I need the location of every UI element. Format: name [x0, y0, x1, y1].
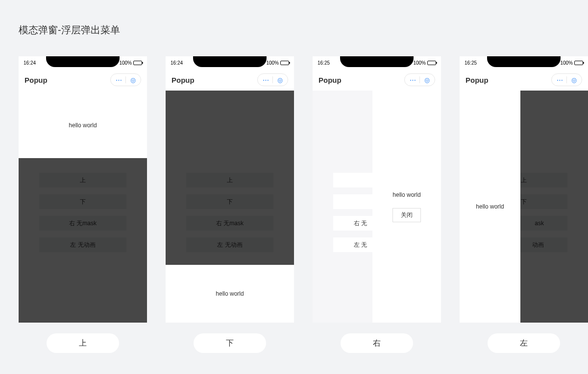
clock: 16:25 [465, 60, 477, 66]
battery-indicator: 100% [119, 60, 142, 66]
battery-indicator: 100% [560, 60, 583, 66]
nav-separator [125, 76, 126, 83]
nav-title: Popup [24, 76, 48, 84]
status-bar: 16:25 100% [460, 56, 588, 69]
demo-gallery: 16:24 100% Popup ⋯ ◎ hello world [0, 37, 588, 353]
status-bar: 16:24 100% [166, 56, 294, 69]
nav-actions: ⋯ ◎ [257, 73, 288, 86]
popup-mask[interactable] [520, 91, 588, 323]
target-icon[interactable]: ◎ [422, 75, 432, 85]
popup-panel-bottom: hello world [166, 265, 294, 323]
battery-text: 100% [560, 60, 573, 66]
demo-left: 16:25 100% Popup ⋯ ◎ 上 下 [460, 56, 588, 353]
page-body: hello world 上 下 右 无mask 左 无动画 [19, 91, 147, 323]
battery-icon [133, 61, 142, 65]
popup-text: hello world [216, 290, 244, 297]
phone-frame: 16:24 100% Popup ⋯ ◎ 上 下 [166, 56, 294, 323]
close-button[interactable]: 关闭 [392, 208, 421, 222]
demo-right: 16:25 100% Popup ⋯ ◎ [313, 56, 441, 353]
nav-separator [272, 76, 273, 83]
battery-text: 100% [266, 60, 279, 66]
notch [193, 56, 267, 67]
popup-text: hello world [476, 203, 504, 210]
more-icon[interactable]: ⋯ [114, 75, 123, 85]
battery-icon [574, 61, 583, 65]
clock: 16:24 [24, 60, 36, 66]
phone-frame: 16:24 100% Popup ⋯ ◎ hello world [19, 56, 147, 323]
caption-pill: 右 [341, 333, 413, 353]
page-body: 上 下 ask 动画 hello world [460, 91, 588, 323]
popup-panel-right: hello world 关闭 [372, 91, 441, 323]
demo-down: 16:24 100% Popup ⋯ ◎ 上 下 [166, 56, 294, 353]
nav-title: Popup [318, 76, 342, 84]
target-icon[interactable]: ◎ [569, 75, 579, 85]
page-body: 右 无 左 无 hello world 关闭 [313, 91, 441, 323]
more-icon[interactable]: ⋯ [261, 75, 270, 85]
clock: 16:25 [318, 60, 330, 66]
more-icon[interactable]: ⋯ [408, 75, 417, 85]
battery-text: 100% [119, 60, 132, 66]
nav-bar: Popup ⋯ ◎ [166, 69, 294, 91]
battery-icon [280, 61, 289, 65]
target-icon[interactable]: ◎ [275, 75, 285, 85]
nav-bar: Popup ⋯ ◎ [460, 69, 588, 91]
page-title: 模态弹窗-浮层弹出菜单 [0, 0, 588, 37]
battery-indicator: 100% [413, 60, 436, 66]
clock: 16:24 [171, 60, 183, 66]
caption-pill: 下 [194, 333, 266, 353]
more-icon[interactable]: ⋯ [555, 75, 564, 85]
popup-text: hello world [392, 191, 420, 198]
phone-frame: 16:25 100% Popup ⋯ ◎ 上 下 [460, 56, 588, 323]
notch [487, 56, 561, 67]
demo-up: 16:24 100% Popup ⋯ ◎ hello world [19, 56, 147, 353]
battery-text: 100% [413, 60, 426, 66]
popup-panel-left: hello world [460, 91, 520, 323]
hello-text: hello world [19, 122, 147, 129]
nav-separator [566, 76, 567, 83]
nav-actions: ⋯ ◎ [110, 73, 141, 86]
notch [340, 56, 414, 67]
battery-icon [427, 61, 436, 65]
popup-mask[interactable] [166, 91, 294, 265]
nav-bar: Popup ⋯ ◎ [19, 69, 147, 91]
target-icon[interactable]: ◎ [128, 75, 138, 85]
battery-indicator: 100% [266, 60, 289, 66]
nav-separator [419, 76, 420, 83]
caption-pill: 上 [47, 333, 119, 353]
nav-title: Popup [466, 76, 489, 84]
page-body: 上 下 右 无mask 左 无动画 hello world [166, 91, 294, 323]
nav-actions: ⋯ ◎ [404, 73, 435, 86]
status-bar: 16:25 100% [313, 56, 441, 69]
popup-mask[interactable] [19, 158, 147, 323]
nav-actions: ⋯ ◎ [551, 73, 582, 86]
phone-frame: 16:25 100% Popup ⋯ ◎ [313, 56, 441, 323]
notch [46, 56, 120, 67]
status-bar: 16:24 100% [19, 56, 147, 69]
caption-pill: 左 [488, 333, 560, 353]
nav-title: Popup [172, 76, 195, 84]
nav-bar: Popup ⋯ ◎ [313, 69, 441, 91]
